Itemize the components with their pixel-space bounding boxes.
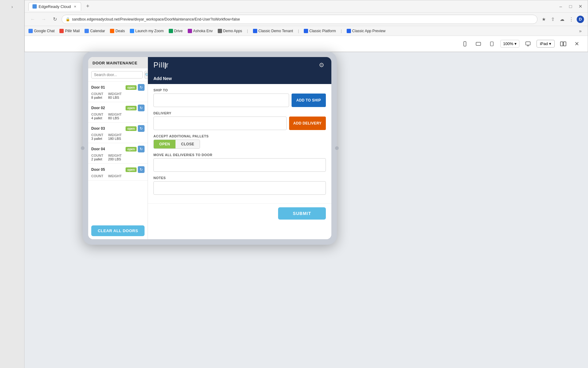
clear-all-doors-button[interactable]: CLEAR ALL DOORS (91, 225, 145, 236)
settings-gear-icon[interactable]: ⚙ (317, 61, 326, 69)
door-01-refresh-button[interactable]: ↻ (138, 84, 145, 91)
preview-close-button[interactable]: ✕ (572, 39, 582, 49)
demo-apps-favicon (218, 29, 222, 33)
bookmark-calendar[interactable]: Calendar (85, 29, 105, 33)
mobile-device-button[interactable] (460, 39, 470, 49)
tablet-portrait-button[interactable] (487, 39, 497, 49)
ssl-lock-icon: 🔒 (66, 17, 70, 21)
submit-bar: SUBMIT (148, 203, 331, 223)
browser-toolbar-icons: ★ ⇧ ☁ ⋮ D (540, 16, 584, 23)
bookmark-calendar-label: Calendar (90, 29, 105, 33)
door-02-count-value: 4 pallet (91, 116, 103, 120)
pallets-open-toggle[interactable]: OPEN (154, 140, 175, 148)
door-02-refresh-button[interactable]: ↻ (138, 105, 145, 111)
classic-platform-favicon (304, 29, 308, 33)
door-05-count-label: COUNT (91, 174, 103, 178)
door-item-02[interactable]: Door 02 open ↻ COUNT 4 pallet WEIGHT (88, 102, 148, 123)
ipad-left-button (81, 146, 85, 150)
delivery-row: ADD DELIVERY (153, 117, 326, 130)
add-to-ship-button[interactable]: ADD TO SHIP (292, 94, 326, 107)
maximize-button[interactable]: □ (567, 3, 574, 10)
door-04-label: Door 04 (91, 147, 105, 151)
bookmark-drive-label: Drive (174, 29, 183, 33)
profile-icon[interactable]: D (577, 16, 584, 23)
close-window-button[interactable]: ✕ (577, 3, 584, 10)
google-chat-favicon (28, 29, 33, 33)
door-search-row: 🔍 (88, 68, 148, 82)
split-view-button[interactable] (558, 39, 568, 49)
svg-rect-0 (464, 41, 466, 46)
app-logo: Pillr (153, 61, 169, 69)
share-icon[interactable]: ⇧ (549, 16, 556, 23)
ipad-selector[interactable]: iPad ▾ (537, 40, 555, 48)
door-05-label: Door 05 (91, 167, 105, 172)
door-04-weight-label: WEIGHT (108, 154, 122, 157)
bookmark-classic-app-preview[interactable]: Classic App Preview (347, 29, 386, 33)
notes-section: NOTES (153, 176, 326, 195)
bookmark-ashoka[interactable]: Ashoka Env (188, 29, 213, 33)
door-02-weight-value: 80 LBS (108, 116, 122, 120)
ipad-label: iPad (540, 41, 548, 46)
door-item-03[interactable]: Door 03 open ↻ COUNT 3 pallet WEIGHT (88, 123, 148, 143)
forward-button[interactable]: → (40, 15, 48, 24)
tab-close-button[interactable]: ✕ (73, 4, 77, 9)
minimize-button[interactable]: – (557, 3, 564, 10)
door-02-count-label: COUNT (91, 113, 103, 116)
back-button[interactable]: ← (28, 15, 37, 24)
reload-button[interactable]: ↻ (51, 15, 59, 24)
delivery-section: DELIVERY ADD DELIVERY (153, 111, 326, 130)
address-bar[interactable]: 🔒 sandbox.edgereadycloud.net/Preview/div… (62, 15, 537, 24)
move-deliveries-input[interactable] (153, 158, 326, 172)
door-item-01[interactable]: Door 01 open ↻ COUNT 8 pallet WEIGHT (88, 82, 148, 102)
bookmark-google-chat[interactable]: Google Chat (28, 29, 55, 33)
door-search-input[interactable] (91, 71, 143, 79)
ship-to-row: ADD TO SHIP (153, 94, 326, 107)
door-02-status-badge: open (126, 106, 137, 110)
drive-favicon (169, 29, 173, 33)
door-search-button[interactable]: 🔍 (145, 71, 148, 79)
notes-input[interactable] (153, 181, 326, 195)
svg-rect-10 (564, 42, 566, 46)
ipad-right-button (335, 146, 339, 150)
bookmark-classic-tenant-label: Classic Demo Tenant (258, 29, 293, 33)
ashoka-favicon (188, 29, 192, 33)
new-tab-button[interactable]: + (84, 2, 92, 11)
zoom-selector[interactable]: 100% ▾ (500, 40, 519, 48)
browser-titlebar: EdgeReady Cloud ✕ + – □ ✕ (25, 0, 588, 13)
door-04-refresh-button[interactable]: ↻ (138, 146, 145, 152)
bookmark-zoom[interactable]: Launch my Zoom (130, 29, 164, 33)
bookmark-google-chat-label: Google Chat (34, 29, 55, 33)
door-panel: DOOR MAINTENANCE 🔍 Door 01 open ↻ (88, 57, 148, 239)
tablet-landscape-button[interactable] (473, 39, 483, 49)
door-04-weight-value: 200 LBS (108, 157, 122, 161)
bookmark-classic-tenant[interactable]: Classic Demo Tenant (253, 29, 293, 33)
ipad-frame: DOOR MAINTENANCE 🔍 Door 01 open ↻ (83, 52, 337, 245)
desktop-device-button[interactable] (523, 39, 533, 49)
door-item-04[interactable]: Door 04 open ↻ COUNT 2 pallet WEIGHT (88, 143, 148, 164)
door-05-refresh-button[interactable]: ↻ (138, 166, 145, 173)
classic-app-preview-favicon (347, 29, 351, 33)
door-item-05[interactable]: Door 05 open ↻ COUNT WEIGHT (88, 164, 148, 181)
door-03-refresh-button[interactable]: ↻ (138, 125, 145, 132)
pallets-close-toggle[interactable]: CLOSE (175, 140, 200, 148)
bookmark-classic-platform[interactable]: Classic Platform (304, 29, 336, 33)
add-delivery-button[interactable]: ADD DELIVERY (289, 117, 326, 130)
accept-pallets-section: ACCEPT ADDITIONAL PALLETS OPEN CLOSE (153, 134, 326, 149)
sidebar-expand-icon[interactable]: › (9, 3, 16, 10)
bookmark-drive[interactable]: Drive (169, 29, 183, 33)
door-03-count-value: 3 pallet (91, 137, 103, 140)
delivery-input[interactable] (153, 117, 287, 130)
bookmark-pillir-mail[interactable]: Pillir Mail (59, 29, 80, 33)
bookmarks-more-icon[interactable]: » (577, 27, 584, 35)
bookmark-star-icon[interactable]: ★ (540, 16, 547, 23)
browser-tab-active[interactable]: EdgeReady Cloud ✕ (28, 2, 81, 11)
bookmark-demo-apps[interactable]: Demo Apps (218, 29, 242, 33)
extensions-icon[interactable]: ☁ (558, 16, 566, 23)
bookmark-deals[interactable]: Deals (110, 29, 125, 33)
tab-label: EdgeReady Cloud (39, 4, 71, 9)
submit-button[interactable]: SUBMIT (278, 207, 326, 220)
door-04-stats: COUNT 2 pallet WEIGHT 200 LBS (91, 154, 145, 161)
ship-to-input[interactable] (153, 94, 289, 107)
more-menu-icon[interactable]: ⋮ (567, 16, 575, 23)
zoom-value: 100% (503, 41, 513, 46)
